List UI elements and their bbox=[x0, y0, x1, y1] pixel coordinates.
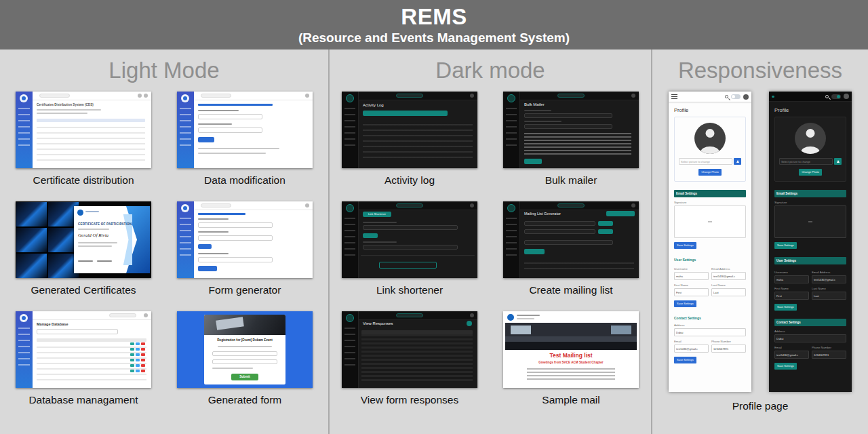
last-name-label: Last Name bbox=[812, 287, 846, 290]
field-label bbox=[524, 121, 561, 122]
sidebar-menu-lines bbox=[506, 218, 517, 258]
showcase-item: Form generator bbox=[177, 201, 313, 296]
first-name-input: First bbox=[774, 292, 809, 300]
showcase-item: Certificates Distribution System (CDS) C… bbox=[16, 92, 151, 186]
upload-row: Select picture to change bbox=[679, 158, 741, 165]
acm-logo-icon bbox=[507, 94, 515, 102]
add-button bbox=[598, 221, 613, 226]
theme-toggle bbox=[831, 94, 841, 99]
app-subtitle: (Resource and Events Management System) bbox=[298, 31, 570, 45]
user-settings-header: User Settings bbox=[774, 257, 846, 264]
showcase-item: View Responses View form responses bbox=[342, 311, 477, 406]
sidebar-menu-lines bbox=[344, 328, 355, 368]
change-photo-button: Change Photo bbox=[698, 169, 722, 176]
app-topbar bbox=[194, 92, 313, 100]
certificate-tile bbox=[16, 228, 47, 252]
email-input: test5436@gmail.c bbox=[711, 272, 746, 280]
field-label bbox=[198, 253, 229, 254]
phone-body: Profile Select picture to change Change … bbox=[669, 102, 751, 363]
username-input: maha bbox=[774, 275, 809, 283]
input-field bbox=[524, 229, 595, 234]
showcase-item: Registration for [Event] Dokam Event Sub… bbox=[177, 311, 313, 406]
collage-page: REMS (Resource and Events Management Sys… bbox=[0, 0, 868, 434]
search-icon bbox=[825, 95, 829, 98]
thumbnail-data-modification bbox=[177, 92, 313, 168]
thumbnail-create-mailing-list: Mailing List Generator bbox=[503, 201, 639, 278]
email-input: test5436@gmail.c bbox=[812, 275, 846, 283]
field: First NameFirst bbox=[774, 283, 809, 300]
thumbnail-certificate-distribution: Certificates Distribution System (CDS) bbox=[16, 92, 151, 168]
photo-band-deco bbox=[505, 336, 637, 342]
app-sidebar bbox=[503, 201, 520, 278]
search-input bbox=[37, 329, 118, 334]
avatar-torso-deco bbox=[701, 146, 719, 154]
file-input: Select picture to change bbox=[679, 158, 732, 165]
mail-subtitle: Greetings from SVCE ACM Student Chapter bbox=[503, 361, 639, 365]
field: Usernamemaha bbox=[674, 264, 709, 280]
section-dark-mode: Dark mode Activity Log Activity log bbox=[330, 50, 652, 434]
avatar-card: Select picture to change Change Photo bbox=[674, 117, 746, 182]
signature-label: Signature bbox=[774, 201, 846, 204]
create-button bbox=[524, 249, 545, 254]
sidebar-menu-lines bbox=[344, 108, 355, 149]
view-responses-title: View Responses bbox=[363, 321, 393, 326]
certificate-recipient: Gerald Of Rivia bbox=[78, 233, 108, 238]
app-topbar bbox=[359, 92, 477, 100]
photo-crowd-deco bbox=[505, 342, 637, 350]
photo-screen-deco bbox=[611, 326, 631, 334]
field: Emailtest5436@gmail.c bbox=[674, 336, 709, 353]
link-line bbox=[198, 104, 273, 106]
dark-grid: Activity Log Activity log Bulk Mailer bbox=[330, 92, 651, 406]
acm-logo-icon bbox=[507, 314, 514, 321]
sidebar-menu-lines bbox=[180, 218, 191, 258]
upload-row: Select picture to change bbox=[779, 158, 842, 165]
deco-line bbox=[198, 153, 266, 154]
thumbnail-sample-mail: Test Mailing list Greetings from SVCE AC… bbox=[503, 311, 639, 388]
signature-line bbox=[78, 260, 93, 262]
address-input: Dubai bbox=[674, 328, 746, 336]
activity-log-title: Activity Log bbox=[363, 103, 384, 108]
input-field bbox=[212, 351, 277, 356]
avatar-dot bbox=[144, 94, 148, 98]
first-name-label: First Name bbox=[774, 287, 809, 290]
app-sidebar bbox=[16, 92, 33, 168]
acm-logo-icon bbox=[346, 314, 354, 322]
thumbnail-database-management: Manage Database bbox=[16, 311, 151, 388]
field: Last NameLast bbox=[812, 283, 846, 300]
showcase-item: Manage Database Database bbox=[16, 311, 151, 406]
field-label bbox=[198, 123, 232, 125]
certificate-chevron-deco bbox=[116, 206, 150, 273]
thumb-caption: View form responses bbox=[361, 394, 458, 406]
thumb-caption: Create mailing list bbox=[529, 284, 612, 296]
contact-email-label: Email bbox=[674, 340, 709, 343]
signature-label: Signature bbox=[674, 201, 746, 204]
thumbnail-form-generator bbox=[177, 201, 313, 278]
signature-line bbox=[97, 260, 112, 262]
upload-icon-button bbox=[834, 158, 842, 165]
app-sidebar bbox=[503, 92, 520, 168]
search-pill bbox=[396, 203, 423, 208]
save-settings-button: Save Settings bbox=[674, 242, 696, 249]
user-fields: Usernamemaha Email Addresstest5436@gmail… bbox=[774, 267, 846, 300]
acm-logo-icon bbox=[181, 94, 189, 102]
first-name-input: First bbox=[674, 288, 709, 296]
showcase-item: Bulk Mailer Bulk mailer bbox=[503, 92, 639, 186]
input-field bbox=[524, 113, 612, 118]
certificate-tile-grid bbox=[16, 201, 78, 278]
acm-logo-icon bbox=[346, 94, 354, 102]
deco-line bbox=[212, 368, 253, 369]
send-button bbox=[524, 159, 542, 164]
phone-label: Phone Number bbox=[711, 340, 746, 343]
showcase-item: Link Shortener Link shortener bbox=[342, 201, 477, 296]
avatar-card: Select picture to change Change Photo bbox=[774, 117, 846, 182]
add-button bbox=[198, 244, 212, 249]
row-action-buttons bbox=[129, 342, 145, 372]
search-icon bbox=[725, 95, 728, 98]
section-responsiveness: Responsiveness Profile bbox=[652, 50, 868, 434]
phones-caption: Profile page bbox=[652, 400, 868, 412]
thumb-caption: Sample mail bbox=[542, 394, 599, 406]
contact-email-input: test5436@gmail.c bbox=[674, 344, 709, 353]
contact-fields: Emailtest5436@gmail.c Phone Number123456… bbox=[774, 342, 846, 359]
last-name-input: Last bbox=[711, 288, 746, 296]
field-label bbox=[363, 241, 397, 243]
